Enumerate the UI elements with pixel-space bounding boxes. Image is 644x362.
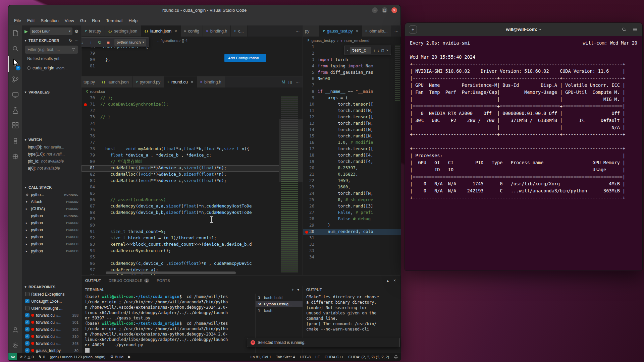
code-line[interactable]: 7: [303, 82, 401, 89]
code-line[interactable]: 15 torch.rand([N,: [303, 133, 401, 140]
find-input[interactable]: test_c: [350, 47, 371, 54]
breakpoint-item[interactable]: ✓Uncaught Exce...: [22, 298, 81, 305]
line-number[interactable]: 28: [303, 216, 318, 223]
line-number[interactable]: 27: [303, 210, 318, 216]
start-debugging-icon[interactable]: ▶: [24, 29, 28, 34]
new-terminal-icon[interactable]: +: [291, 288, 294, 292]
code-line[interactable]: 80 },: [82, 57, 303, 63]
code-line[interactable]: 27 False, # prefi: [303, 210, 401, 216]
call-stack-item[interactable]: ▸pythonPAUSED: [22, 247, 81, 254]
call-stack-item[interactable]: pythonRUNNING: [22, 212, 81, 219]
code-line[interactable]: 84: [82, 184, 303, 191]
code-line[interactable]: 28 False # debug: [303, 216, 401, 223]
settings-gear-icon[interactable]: [8, 338, 22, 353]
call-stack-item[interactable]: ▾AttachPAUSED: [22, 198, 81, 205]
find-next-icon[interactable]: ↓: [377, 48, 379, 52]
line-number[interactable]: 21: [303, 172, 318, 178]
terminal-list-item[interactable]: $bashbuild: [256, 294, 303, 301]
line-number[interactable]: 70: [82, 95, 100, 102]
code-line[interactable]: 89: [82, 216, 303, 223]
code-line[interactable]: 17 torch.tensor([: [303, 146, 401, 153]
code-line[interactable]: 94 cudaDeviceSynchronize();: [82, 248, 303, 254]
code-line[interactable]: 79: [82, 51, 303, 57]
call-stack-header[interactable]: ▾ CALL STACK: [22, 184, 81, 191]
editor-tab-settings-json[interactable]: {}settings.json: [105, 25, 141, 37]
code-line[interactable]: 32: [303, 242, 401, 248]
line-number[interactable]: 15: [303, 133, 318, 140]
line-number[interactable]: 10: [303, 102, 318, 108]
editor-tab-pyround-py[interactable]: Ppyround.py: [132, 76, 164, 87]
editor-tab-c[interactable]: Cc...: [231, 25, 247, 37]
call-stack-item[interactable]: ▸pythonPAUSED: [22, 219, 81, 226]
panel-tab-ports[interactable]: PORTS: [157, 276, 170, 286]
search-icon[interactable]: [622, 27, 627, 32]
code-line[interactable]: 73// }: [82, 114, 303, 121]
line-number[interactable]: 80: [82, 57, 100, 63]
minimize-button[interactable]: −: [372, 7, 378, 13]
code-line[interactable]: 83 cudaMalloc((void**)&device_c,sizeof(f…: [82, 178, 303, 184]
code-line[interactable]: 4from typing import Nam: [303, 63, 401, 70]
ports-button[interactable]: ↯0: [36, 355, 48, 359]
line-number[interactable]: 93: [82, 242, 100, 248]
test-filter-input[interactable]: Filter (e.g. text, !...: [25, 46, 78, 54]
call-stack-item[interactable]: ▸pythonPAUSED: [22, 240, 81, 247]
line-number[interactable]: 73: [82, 114, 100, 121]
close-icon[interactable]: ×: [356, 28, 359, 34]
breakpoint-checkbox[interactable]: ✓: [25, 327, 30, 331]
step-out-button[interactable]: ↑: [87, 40, 95, 45]
line-number[interactable]: 32: [303, 242, 318, 248]
line-number[interactable]: 4: [303, 63, 318, 70]
code-line[interactable]: 26 torch.rand([3]: [303, 203, 401, 210]
code-line[interactable]: 16 1.0, # modifie: [303, 140, 401, 146]
line-number[interactable]: 17: [303, 146, 318, 153]
code-line[interactable]: 76: [82, 133, 303, 140]
code-line[interactable]: 90: [82, 223, 303, 229]
code-line[interactable]: 86 // assert(cudaSuccess): [82, 197, 303, 203]
gauss-test-editor[interactable]: 123import torch4from typing import Nam5f…: [303, 44, 401, 275]
test-tree-item-cuda-origin[interactable]: cuda_origin /hom...: [22, 64, 81, 72]
editor-tab-config[interactable]: ⚙config: [181, 25, 203, 37]
breakpoint-checkbox[interactable]: [25, 292, 30, 296]
line-number[interactable]: 6: [303, 76, 318, 82]
launch-config-select[interactable]: (gdb) Laur ▾: [30, 27, 72, 35]
code-line[interactable]: 72: [82, 108, 303, 114]
breakpoint-checkbox[interactable]: ✓: [25, 299, 30, 303]
code-line[interactable]: 24 torch.rand([N,: [303, 191, 401, 197]
find-replace-toggle-icon[interactable]: ›: [347, 48, 348, 52]
line-number[interactable]: 33: [303, 248, 318, 254]
watch-item[interactable]: input[0]:not availa...: [22, 143, 81, 150]
line-number[interactable]: 72: [82, 108, 100, 114]
code-line[interactable]: 9 args = (: [303, 95, 401, 102]
language-mode[interactable]: CUDA C++: [322, 355, 346, 359]
remote-explorer-icon[interactable]: [8, 87, 22, 103]
watch-header[interactable]: ▾ WATCH: [22, 136, 81, 143]
call-stack-item[interactable]: ▸pythonPAUSED: [22, 233, 81, 240]
breakpoint-checkbox[interactable]: ✓: [25, 313, 30, 317]
breakpoints-header[interactable]: ▾ BREAKPOINTS: [22, 283, 81, 291]
code-line[interactable]: 77: [82, 140, 303, 146]
configure-launch-gear-icon[interactable]: ⚙: [74, 29, 78, 34]
notifications-bell-button[interactable]: [391, 355, 400, 359]
line-number[interactable]: 92: [82, 235, 100, 242]
source-control-icon[interactable]: [8, 72, 22, 87]
line-number[interactable]: 25: [303, 197, 318, 203]
notification-toast[interactable]: × Selected thread is running.: [247, 338, 400, 347]
editor-tab-gauss-test-py[interactable]: Pgauss_test.py×: [320, 25, 362, 37]
line-number[interactable]: 82: [82, 172, 100, 178]
line-number[interactable]: 2: [303, 51, 318, 57]
line-number[interactable]: 3: [303, 57, 318, 63]
terminal-content[interactable]: Every 2.0s: nvidia-smi will-com: Wed Mar…: [405, 36, 642, 270]
line-number[interactable]: 75: [82, 127, 100, 133]
editor-tab-py[interactable]: py: [303, 25, 320, 37]
menu-go[interactable]: Go: [77, 17, 89, 24]
line-number[interactable]: 11: [303, 108, 318, 114]
line-number[interactable]: 20: [303, 165, 318, 172]
code-line[interactable]: 23 1600,: [303, 184, 401, 191]
launch-target-button[interactable]: ▶: [126, 355, 133, 359]
debug-target-button[interactable]: (gdb) Launch 1123 (cuda_origin): [47, 355, 108, 359]
code-line[interactable]: 22 1059,: [303, 178, 401, 184]
code-line[interactable]: 5from diff_gaussian_ras: [303, 70, 401, 76]
code-line[interactable]: 80 // 申请显存地址: [82, 159, 303, 165]
encoding[interactable]: UTF-8: [298, 355, 313, 359]
line-number[interactable]: 1: [303, 44, 318, 51]
